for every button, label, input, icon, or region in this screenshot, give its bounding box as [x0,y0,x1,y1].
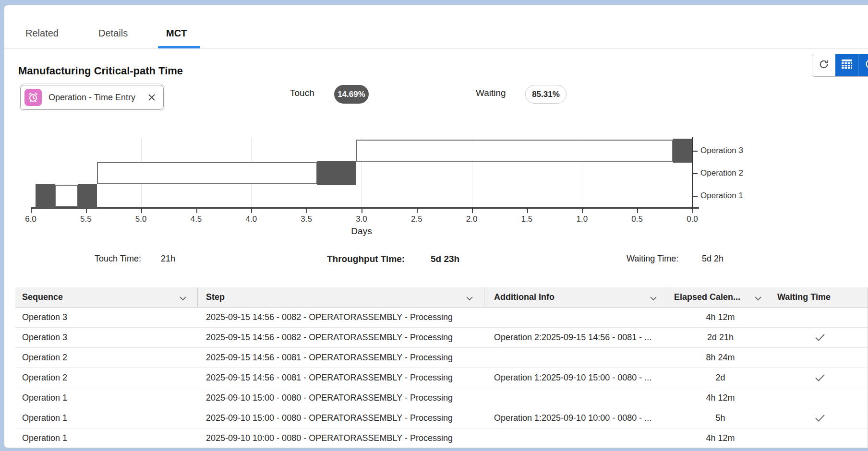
chevron-down-icon[interactable] [466,294,473,304]
table-body: Operation 3 2025-09-15 14:56 - 0082 - OP… [15,308,868,448]
touch-segment[interactable] [673,139,692,163]
mct-steps-table: Sequence Step Additional Info Elapsed Ca… [15,287,868,448]
cell-elapsed: 5h [668,408,772,428]
x-axis-tick-label: 2.5 [402,214,431,224]
waiting-segment[interactable] [55,185,78,207]
cell-step: 2025-09-10 15:00 - 0080 - OPERATORASSEMB… [198,408,484,428]
table-row[interactable]: Operation 1 2025-09-10 15:00 - 0080 - OP… [15,408,868,428]
cell-waiting-time [772,428,868,448]
cell-waiting-time [772,408,868,428]
table-row[interactable]: Operation 1 2025-09-10 10:00 - 0080 - OP… [15,428,868,448]
x-axis-tick [86,209,87,213]
x-axis-tick-label: 4.0 [237,214,265,224]
cell-elapsed: 4h 12m [668,388,772,408]
operation-label: Operation 1 [700,191,743,201]
column-header-waiting-time[interactable]: Waiting Time [772,287,868,307]
y-axis-tick [693,196,698,197]
cell-additional-info [484,388,668,408]
x-axis-tick-label: 4.5 [182,214,211,224]
cell-elapsed: 2d 21h [668,328,772,347]
time-summary: Touch Time: 21h Throughput Time: 5d 23h … [4,254,868,268]
cell-elapsed: 8h 24m [668,348,772,368]
waiting-time-value: 5d 2h [702,254,723,264]
touch-segment[interactable] [317,161,356,185]
cell-additional-info: Operation 1:2025-09-10 10:00 - 0080 - ..… [484,408,668,428]
cell-step: 2025-09-10 15:00 - 0080 - OPERATORASSEMB… [198,388,484,408]
cell-sequence: Operation 3 [15,308,198,327]
cell-step: 2025-09-10 10:00 - 0080 - OPERATORASSEMB… [198,428,484,448]
y-axis-tick [693,173,698,174]
x-axis-tick [362,209,362,213]
x-axis-tick [196,209,197,213]
checkmark-icon [815,374,825,382]
table-row[interactable]: Operation 3 2025-09-15 14:56 - 0082 - OP… [15,308,868,328]
touch-time-value: 21h [161,254,175,264]
table-header: Sequence Step Additional Info Elapsed Ca… [15,287,868,308]
cell-additional-info [484,348,668,368]
x-axis-tick [306,209,307,213]
screen: Related Details MCT Manufacturing Critic… [0,0,868,451]
cell-elapsed: 4h 12m [668,308,772,327]
table-row[interactable]: Operation 3 2025-09-15 14:56 - 0082 - OP… [15,328,868,348]
column-header-elapsed-calendar[interactable]: Elapsed Calen... [668,287,772,307]
cell-waiting-time [772,368,868,388]
throughput-time-value: 5d 23h [431,254,459,264]
operation-label: Operation 3 [700,146,743,155]
x-axis-tick [141,209,142,213]
column-header-additional-info[interactable]: Additional Info [484,287,668,307]
cell-additional-info [484,308,668,327]
x-axis-tick [417,209,418,213]
waiting-time-label: Waiting Time: [627,254,678,264]
cell-additional-info: Operation 2:2025-09-15 14:56 - 0081 - ..… [484,328,668,347]
throughput-time-label: Throughput Time: [327,254,405,264]
x-axis-title: Days [338,226,386,237]
cell-sequence: Operation 1 [15,408,198,428]
x-axis-tick-label: 3.0 [347,214,376,224]
cell-sequence: Operation 1 [15,428,198,448]
cell-additional-info [484,428,668,448]
cell-step: 2025-09-15 14:56 - 0082 - OPERATORASSEMB… [198,308,484,327]
mct-panel: Related Details MCT Manufacturing Critic… [4,5,868,448]
cell-sequence: Operation 1 [15,388,198,408]
table-row[interactable]: Operation 2 2025-09-15 14:56 - 0081 - OP… [15,348,868,368]
touch-segment[interactable] [36,184,55,208]
x-axis-tick-label: 2.0 [458,214,486,224]
cell-waiting-time [772,328,868,347]
table-row[interactable]: Operation 2 2025-09-15 14:56 - 0081 - OP… [15,368,868,388]
waiting-segment[interactable] [97,162,317,184]
cell-waiting-time [772,388,868,408]
waiting-segment[interactable] [356,140,673,162]
x-axis-tick-label: 1.0 [567,214,596,224]
x-axis-tick [637,209,638,213]
x-axis-tick-label: 0.5 [623,214,651,224]
x-axis-tick [472,209,473,213]
x-axis-tick-label: 5.0 [127,214,156,224]
column-header-sequence[interactable]: Sequence [15,287,198,307]
cell-waiting-time [772,308,868,327]
touch-segment[interactable] [78,184,97,208]
x-axis-tick-label: 1.5 [513,214,542,224]
x-axis-line [31,207,699,209]
cell-sequence: Operation 3 [15,328,198,347]
checkmark-icon [815,414,825,422]
gantt-row [31,162,692,184]
cell-waiting-time [772,348,868,368]
x-axis-tick [692,209,693,213]
cell-step: 2025-09-15 14:56 - 0081 - OPERATORASSEMB… [198,368,484,388]
touch-time-label: Touch Time: [95,254,141,264]
cell-sequence: Operation 2 [15,368,198,388]
x-axis-tick [31,209,32,213]
cell-step: 2025-09-15 14:56 - 0081 - OPERATORASSEMB… [198,348,484,368]
column-header-step[interactable]: Step [198,287,484,307]
x-axis-tick [527,209,528,213]
x-axis-tick-label: 3.5 [292,214,321,224]
x-axis-tick-label: 6.0 [16,214,45,224]
x-axis-tick [251,209,252,213]
chevron-down-icon[interactable] [179,294,187,304]
gantt-row [31,140,692,162]
table-row[interactable]: Operation 1 2025-09-10 15:00 - 0080 - OP… [15,388,868,408]
chevron-down-icon[interactable] [754,294,762,304]
operation-label: Operation 2 [700,168,743,178]
checkmark-icon [815,333,825,342]
chevron-down-icon[interactable] [650,294,657,304]
